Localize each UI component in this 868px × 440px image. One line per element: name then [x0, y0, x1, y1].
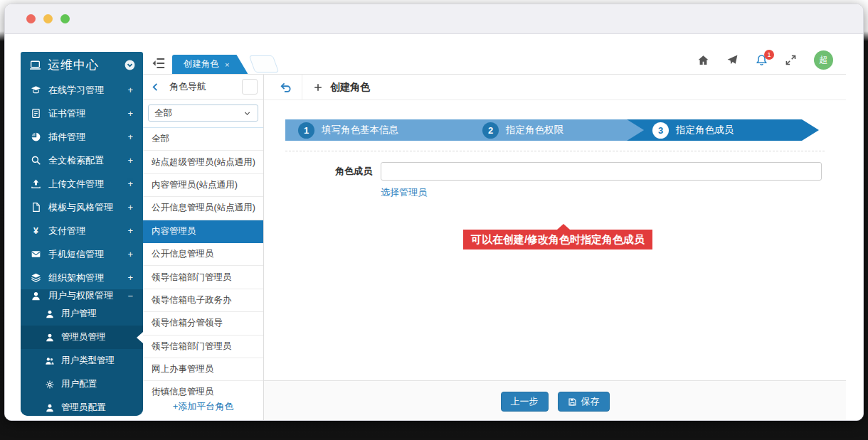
role-list-item[interactable]: 全部 [143, 128, 263, 151]
main-content: 创建角色 1 填写角色基本信息 2 指定角色权限 [264, 75, 846, 420]
active-item-arrow [137, 332, 143, 343]
sidebar-item-label: 支付管理 [48, 225, 127, 237]
role-filter-select[interactable]: 全部 [148, 104, 258, 122]
expand-plus-icon[interactable]: + [127, 272, 133, 283]
role-list-item[interactable]: 领导信箱部门管理员 [143, 336, 263, 358]
save-button[interactable]: 保存 [558, 392, 610, 412]
toggle-sidebar-icon[interactable] [152, 56, 166, 70]
sidebar-item[interactable]: 插件管理+ [21, 125, 143, 149]
previous-step-button[interactable]: 上一步 [501, 392, 549, 412]
sidebar-subitem-label: 管理员配置 [61, 402, 106, 414]
minimize-window-button[interactable] [43, 14, 53, 23]
dashed-divider [285, 151, 825, 151]
zoom-window-button[interactable] [60, 14, 70, 23]
stepper-completed-segment: 1 填写角色基本信息 2 指定角色权限 [285, 119, 645, 141]
expand-plus-icon[interactable]: + [127, 108, 133, 119]
pin-panel-button[interactable] [242, 79, 258, 95]
role-list-item[interactable]: 街镇信息管理员 [143, 381, 263, 396]
role-list-item[interactable]: 网上办事管理员 [143, 358, 263, 381]
send-icon[interactable] [726, 54, 739, 66]
back-undo-icon[interactable] [280, 81, 292, 93]
sidebar-menu: 在线学习管理+证书管理+插件管理+全文检索配置+上传文件管理+模板与风格管理+¥… [21, 78, 143, 289]
step-1[interactable]: 1 填写角色基本信息 [298, 122, 398, 139]
wizard-stepper: 1 填写角色基本信息 2 指定角色权限 3 指定角色成员 [264, 119, 846, 141]
stepper-active-segment: 3 指定角色成员 [627, 119, 819, 141]
role-list-item[interactable]: 站点超级管理员(站点通用) [143, 151, 263, 173]
pie-chart-icon [31, 132, 41, 142]
role-member-field-wrap: 选择管理员 [381, 162, 822, 199]
tab-close-icon[interactable]: × [225, 60, 229, 69]
wizard-footer: 上一步 保存 [264, 380, 846, 420]
sidebar-item[interactable]: ¥支付管理+ [21, 219, 143, 242]
role-filter-wrap: 全部 [143, 100, 263, 128]
previous-step-label: 上一步 [511, 395, 539, 408]
sidebar-header: 运维中心 [21, 52, 143, 78]
panel-title: 角色导航 [169, 80, 242, 93]
expand-plus-icon[interactable]: + [127, 85, 133, 95]
sidebar-subitem[interactable]: 管理员配置 [21, 396, 143, 416]
tab-create-role[interactable]: 创建角色 × [172, 55, 248, 74]
collapse-minus-icon[interactable]: − [127, 291, 133, 301]
step-2[interactable]: 2 指定角色权限 [482, 122, 563, 139]
role-list-item[interactable]: 公开信息管理员 [143, 243, 263, 266]
expand-plus-icon[interactable]: + [127, 132, 133, 142]
role-list-item[interactable]: 领导信箱电子政务办 [143, 289, 263, 312]
expand-plus-icon[interactable]: + [127, 178, 133, 189]
layers-icon [31, 272, 41, 283]
sidebar-item[interactable]: 组织架构管理+ [21, 266, 143, 289]
save-label: 保存 [581, 395, 600, 408]
step-1-number: 1 [298, 122, 314, 139]
sidebar-item[interactable]: 上传文件管理+ [21, 172, 143, 195]
window-titlebar [5, 4, 863, 34]
sidebar-item[interactable]: 手机短信管理+ [21, 242, 143, 266]
panel-back-icon[interactable] [150, 82, 161, 92]
pin-icon [245, 82, 255, 92]
expand-plus-icon[interactable]: + [127, 225, 133, 236]
step-3[interactable]: 3 指定角色成员 [652, 122, 734, 139]
main-toolbar: 创建角色 [264, 75, 846, 100]
new-tab-placeholder[interactable] [249, 55, 280, 73]
tooltip-text: 可以在创建/修改角色时指定角色成员 [471, 233, 645, 247]
sidebar: 运维中心 在线学习管理+证书管理+插件管理+全文检索配置+上传文件管理+模板与风… [21, 52, 143, 416]
role-list-item[interactable]: 领导信箱部门管理员 [143, 266, 263, 289]
sidebar-item[interactable]: 模板与风格管理+ [21, 195, 143, 219]
role-list-item[interactable]: 内容管理员 [143, 220, 263, 243]
close-window-button[interactable] [26, 14, 36, 23]
collapse-all-icon[interactable] [124, 59, 136, 71]
desktop-background: 运维中心 在线学习管理+证书管理+插件管理+全文检索配置+上传文件管理+模板与风… [0, 0, 868, 440]
user-icon [45, 403, 55, 413]
sidebar-subitem[interactable]: 用户配置 [21, 372, 143, 396]
sidebar-item-label: 组织架构管理 [48, 272, 127, 284]
role-member-input[interactable] [381, 162, 822, 181]
sidebar-subitem-label: 管理员管理 [61, 331, 106, 343]
sidebar-subitem[interactable]: 用户管理 [21, 302, 143, 326]
role-list-item[interactable]: 领导信箱分管领导 [143, 312, 263, 335]
expand-plus-icon[interactable]: + [127, 249, 133, 259]
add-platform-role-button[interactable]: +添加平台角色 [143, 396, 263, 417]
gear-icon [45, 380, 55, 390]
expand-plus-icon[interactable]: + [127, 155, 133, 166]
notification-bell-icon[interactable]: 1 [756, 54, 768, 66]
sidebar-item[interactable]: 在线学习管理+ [21, 78, 143, 102]
sidebar-item[interactable]: 全文检索配置+ [21, 149, 143, 172]
sidebar-subitem[interactable]: 用户类型管理 [21, 349, 143, 372]
role-filter-value: 全部 [154, 107, 172, 119]
home-icon[interactable] [697, 54, 709, 66]
sidebar-item-label: 证书管理 [48, 107, 127, 120]
select-admin-link[interactable]: 选择管理员 [381, 186, 427, 199]
tab-bar: 创建角色 × 1 超 [143, 52, 846, 75]
graduation-cap-icon [31, 85, 41, 95]
file-icon [31, 202, 41, 213]
role-list-item[interactable]: 内容管理员(站点通用) [143, 174, 263, 197]
expand-plus-icon[interactable]: + [127, 202, 133, 213]
sidebar-subitem[interactable]: 管理员管理 [21, 326, 143, 349]
sidebar-item[interactable]: 证书管理+ [21, 102, 143, 125]
role-navigation-panel: 角色导航 全部 全部站点超级管理员(站点通用)内容管理员(站点通用)公开信息管理… [143, 75, 264, 420]
fullscreen-icon[interactable] [785, 54, 797, 66]
role-list: 全部站点超级管理员(站点通用)内容管理员(站点通用)公开信息管理员(站点通用)内… [143, 128, 263, 396]
sidebar-item-label: 全文检索配置 [48, 154, 127, 167]
user-avatar[interactable]: 超 [814, 50, 833, 70]
role-list-item[interactable]: 公开信息管理员(站点通用) [143, 197, 263, 220]
sidebar-item-expanded[interactable]: 用户与权限管理− [21, 289, 143, 302]
app-content: 运维中心 在线学习管理+证书管理+插件管理+全文检索配置+上传文件管理+模板与风… [5, 34, 863, 420]
